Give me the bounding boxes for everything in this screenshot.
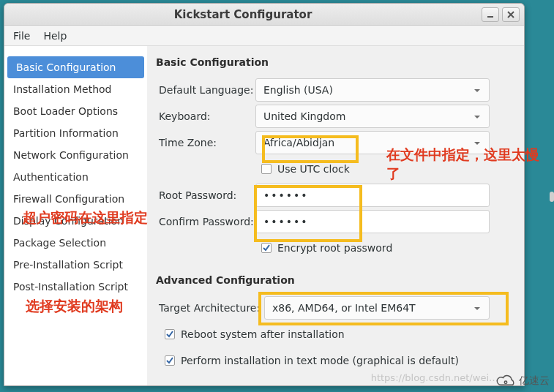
scrollbar-thumb[interactable] — [550, 192, 554, 202]
sidebar: Basic Configuration Installation Method … — [4, 46, 147, 385]
checkbox-encrypt[interactable] — [261, 243, 272, 253]
title-bar: Kickstart Configurator — [4, 4, 524, 26]
app-window: Kickstart Configurator File Help Basic C… — [4, 3, 525, 386]
sidebar-item-network-configuration[interactable]: Network Configuration — [4, 144, 147, 166]
label-utc: Use UTC clock — [277, 163, 350, 175]
input-confirm-password-value: •••••• — [263, 216, 309, 227]
combo-default-language[interactable]: English (USA) — [255, 78, 490, 102]
sidebar-item-package-selection[interactable]: Package Selection — [4, 232, 147, 254]
close-icon — [507, 11, 514, 18]
client-area: Basic Configuration Installation Method … — [4, 46, 524, 385]
svg-rect-0 — [487, 16, 493, 18]
chevron-down-icon — [473, 112, 482, 121]
label-default-language: Default Language: — [153, 84, 255, 96]
minimize-icon — [487, 11, 494, 18]
window-title: Kickstart Configurator — [4, 8, 482, 21]
menu-file[interactable]: File — [13, 30, 30, 42]
combo-time-zone[interactable]: Africa/Abidjan — [255, 131, 490, 154]
input-root-password-value: •••••• — [263, 189, 309, 201]
label-root-password: Root Password: — [153, 189, 255, 201]
chevron-down-icon — [473, 138, 482, 147]
sidebar-item-boot-loader-options[interactable]: Boot Loader Options — [4, 100, 147, 122]
section-basic-heading: Basic Configuration — [156, 56, 514, 68]
checkbox-reboot[interactable] — [165, 329, 175, 339]
sidebar-item-installation-method[interactable]: Installation Method — [4, 78, 147, 100]
combo-time-zone-value: Africa/Abidjan — [263, 137, 334, 148]
sidebar-item-partition-information[interactable]: Partition Information — [4, 122, 147, 144]
chevron-down-icon — [473, 304, 482, 312]
checkbox-utc[interactable] — [261, 164, 272, 174]
sidebar-item-pre-installation-script[interactable]: Pre-Installation Script — [4, 254, 147, 276]
combo-target-architecture-value: x86, AMD64, or Intel EM64T — [272, 302, 416, 314]
chevron-down-icon — [473, 86, 482, 94]
label-encrypt: Encrypt root password — [277, 242, 392, 254]
menu-bar: File Help — [4, 26, 524, 46]
sidebar-item-firewall-configuration[interactable]: Firewall Configuration — [4, 188, 147, 210]
minimize-button[interactable] — [482, 7, 499, 22]
combo-keyboard[interactable]: United Kingdom — [255, 105, 490, 128]
section-advanced-heading: Advanced Configuration — [156, 274, 514, 286]
menu-help[interactable]: Help — [43, 30, 67, 42]
combo-target-architecture[interactable]: x86, AMD64, or Intel EM64T — [264, 296, 490, 320]
sidebar-item-post-installation-script[interactable]: Post-Installation Script — [4, 276, 147, 298]
label-keyboard: Keyboard: — [153, 110, 255, 122]
label-target-architecture: Target Architecture: — [153, 302, 264, 314]
combo-default-language-value: English (USA) — [263, 84, 333, 96]
label-textmode: Perform installation in text mode (graph… — [181, 355, 459, 366]
content-pane: Basic Configuration Default Language: En… — [147, 46, 524, 385]
label-confirm-password: Confirm Password: — [153, 216, 255, 227]
sidebar-item-basic-configuration[interactable]: Basic Configuration — [7, 56, 144, 78]
label-time-zone: Time Zone: — [153, 137, 255, 148]
label-reboot: Reboot system after installation — [181, 328, 345, 340]
checkbox-textmode[interactable] — [165, 355, 175, 366]
sidebar-item-authentication[interactable]: Authentication — [4, 166, 147, 188]
combo-keyboard-value: United Kingdom — [263, 110, 345, 122]
close-button[interactable] — [502, 7, 520, 22]
input-confirm-password[interactable]: •••••• — [255, 210, 490, 233]
input-root-password[interactable]: •••••• — [255, 184, 490, 207]
sidebar-item-display-configuration[interactable]: Display Configuration — [4, 210, 147, 232]
